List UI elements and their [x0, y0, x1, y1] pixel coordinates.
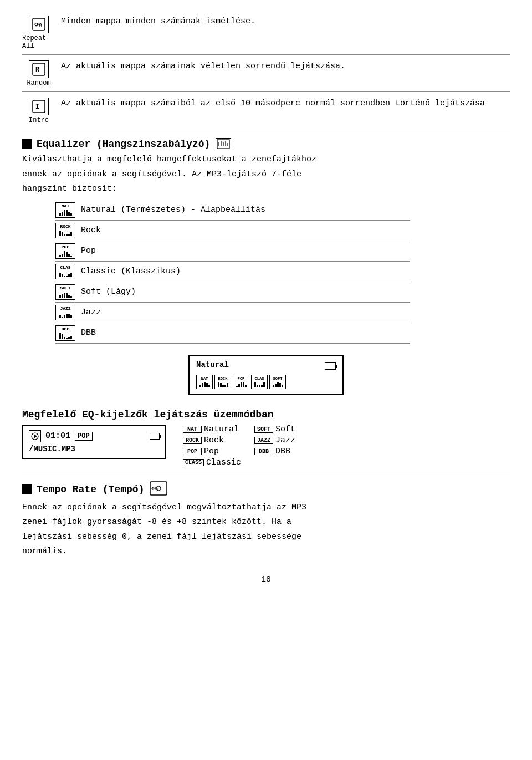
disp-pop: POP	[233, 375, 249, 389]
playback-demo: 01:01 POP /MUSIC.MP3 NAT Natural ROCK Ro…	[22, 425, 510, 467]
eq-desc2: ennek az opciónak a segítségével. Az MP3…	[22, 169, 510, 181]
legend-nat: NAT Natural	[183, 425, 241, 434]
tempo-square	[22, 484, 32, 494]
repeat-all-row: ⟳A Repeat All Minden mappa minden számán…	[22, 10, 510, 55]
play-icon	[29, 430, 41, 442]
legend-pop: POP Pop	[183, 447, 241, 456]
nat-icon: NAT	[55, 202, 75, 218]
repeat-all-text: Minden mappa minden számának ismétlése.	[55, 14, 510, 28]
dbb-name: DBB	[81, 328, 96, 338]
eq-display-box: Natural NAT ROCK	[188, 355, 344, 395]
clas-icon: CLAS	[55, 264, 75, 279]
eq-list: NAT Natural (Természetes) - Alapbeállítá…	[55, 200, 410, 344]
legend-rock: ROCK Rock	[183, 436, 241, 445]
playback-time: 01:01	[45, 431, 70, 441]
tempo-heading: Tempo Rate (Tempó) ⇔ ♪	[22, 481, 510, 499]
jazz-name: Jazz	[81, 308, 101, 317]
intro-label: Intro	[29, 116, 49, 124]
disp-rock: ROCK	[214, 375, 231, 389]
eq-legend: NAT Natural ROCK Rock POP Pop CLASS Clas…	[183, 425, 295, 467]
page-number: 18	[22, 575, 510, 584]
random-label: Random	[27, 79, 50, 87]
svg-text:R: R	[35, 66, 40, 74]
eq-item-dbb: DBB DBB	[55, 323, 410, 344]
random-text: Az aktuális mappa számainak véletlen sor…	[55, 59, 510, 73]
svg-text:♪: ♪	[156, 487, 159, 492]
clas-name: Classic (Klasszikus)	[81, 267, 181, 276]
jazz-icon: JAZZ	[55, 305, 75, 320]
eq-item-pop: POP Pop	[55, 241, 410, 262]
playback-mode: POP	[75, 432, 93, 441]
legend-class: CLASS Classic	[183, 458, 241, 467]
tempo-desc3: lejátszási sebesség 0, a zenei fájl lejá…	[22, 531, 510, 544]
legend-soft: SOFT Soft	[254, 425, 295, 434]
display-title: Natural	[196, 360, 229, 369]
tempo-desc4: normális.	[22, 545, 510, 558]
tempo-icon: ⇔ ♪	[150, 481, 167, 498]
dbb-icon: DBB	[55, 325, 75, 341]
svg-text:I: I	[35, 103, 39, 111]
legend-col-left: NAT Natural ROCK Rock POP Pop CLASS Clas…	[183, 425, 241, 467]
svg-text:⟳A: ⟳A	[34, 22, 42, 28]
playback-screen: 01:01 POP /MUSIC.MP3	[22, 425, 166, 459]
tempo-desc2: zenei fájlok gyorsaságát -8 és +8 szinte…	[22, 516, 510, 529]
intro-text: Az aktuális mappa számaiból az első 10 m…	[55, 96, 510, 110]
disp-soft: SOFT	[269, 375, 286, 389]
tempo-title: Tempo Rate (Tempó)	[37, 484, 144, 495]
disp-clas: CLAS	[251, 375, 268, 389]
random-row: R Random Az aktuális mappa számainak vél…	[22, 55, 510, 92]
eq-desc1: Kiválaszthatja a megfelelő hangeffektuso…	[22, 154, 510, 166]
eq-item-nat: NAT Natural (Természetes) - Alapbeállítá…	[55, 200, 410, 221]
soft-name: Soft (Lágy)	[81, 287, 136, 297]
intro-icon: I Intro	[22, 96, 55, 124]
repeat-all-label: Repeat All	[22, 34, 55, 50]
repeat-all-icon: ⟳A Repeat All	[22, 14, 55, 50]
nat-name: Natural (Természetes) - Alapbeállítás	[81, 205, 265, 215]
svg-marker-13	[34, 434, 37, 438]
eq-item-clas: CLAS Classic (Klasszikus)	[55, 262, 410, 282]
tempo-desc1: Ennek az opciónak a segítségével megvált…	[22, 502, 510, 514]
disp-nat: NAT	[196, 375, 213, 389]
eq-desc3: hangszínt biztosít:	[22, 183, 510, 196]
eq-display-heading: Megfelelő EQ-kijelzők lejátszás üzemmódb…	[22, 409, 510, 420]
rock-name: Rock	[81, 226, 101, 235]
legend-jazz: JAZZ Jazz	[254, 436, 295, 445]
equalizer-title: Equalizer (Hangszínszabályzó)	[37, 139, 210, 150]
legend-dbb: DBB DBB	[254, 447, 295, 456]
pop-name: Pop	[81, 246, 96, 256]
pop-icon: POP	[55, 243, 75, 259]
equalizer-heading: Equalizer (Hangszínszabályzó)	[22, 138, 510, 151]
random-icon: R Random	[22, 59, 55, 87]
heading-square	[22, 139, 32, 149]
playback-filename: /MUSIC.MP3	[29, 445, 160, 453]
rock-icon: ROCK	[55, 223, 75, 238]
battery-icon	[150, 433, 160, 440]
tempo-section: Tempo Rate (Tempó) ⇔ ♪ Ennek az opciónak…	[22, 481, 510, 558]
equalizer-icon	[216, 138, 231, 150]
eq-item-soft: SOFT Soft (Lágy)	[55, 282, 410, 303]
legend-col-right: SOFT Soft JAZZ Jazz DBB DBB	[254, 425, 295, 467]
eq-item-rock: ROCK Rock	[55, 221, 410, 241]
eq-item-jazz: JAZZ Jazz	[55, 303, 410, 323]
intro-row: I Intro Az aktuális mappa számaiból az e…	[22, 92, 510, 129]
soft-icon: SOFT	[55, 284, 75, 300]
display-icons-row: NAT ROCK P	[196, 375, 336, 389]
